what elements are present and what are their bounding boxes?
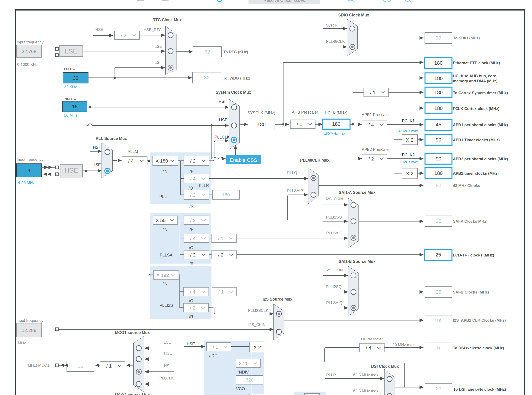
svg-text:Input frequency: Input frequency [17, 157, 44, 162]
svg-text:SAI1-B Source Mux: SAI1-B Source Mux [339, 259, 376, 264]
svg-text:PLLI2SCLK: PLLI2SCLK [248, 308, 269, 313]
svg-text:180: 180 [257, 122, 266, 127]
svg-text:180: 180 [434, 90, 443, 95]
svg-text:DSI Clock Mux: DSI Clock Mux [371, 364, 399, 369]
svg-text:HSI: HSI [164, 364, 170, 368]
svg-text:HSE: HSE [186, 342, 195, 346]
svg-text:PLL Source Mux: PLL Source Mux [96, 136, 127, 141]
svg-text:PLLSAIP: PLLSAIP [287, 189, 303, 193]
svg-text:APB1 peripheral clocks (MHz): APB1 peripheral clocks (MHz) [453, 123, 508, 127]
svg-text:APB2 peripheral clocks (MHz): APB2 peripheral clocks (MHz) [453, 157, 508, 161]
svg-text:/ 1: / 1 [218, 236, 223, 241]
svg-text:PLLI2SQ: PLLI2SQ [326, 215, 342, 219]
svg-text:192: 192 [434, 318, 443, 324]
svg-text:APB2 Prescaler: APB2 Prescaler [362, 147, 390, 152]
svg-text:To IWDG (KHz): To IWDG (KHz) [223, 76, 250, 81]
svg-text:/ 4: / 4 [190, 289, 196, 294]
svg-text:SAI-A Clocks MHz): SAI-A Clocks MHz) [453, 219, 488, 224]
svg-text:MCO2 source Mux: MCO2 source Mux [115, 393, 150, 395]
svg-text:5: 5 [437, 345, 440, 351]
svg-text:HSE: HSE [219, 118, 227, 122]
svg-text:PCLK2: PCLK2 [402, 153, 415, 157]
svg-text:320: 320 [246, 377, 253, 382]
svg-text:/ 2: / 2 [121, 33, 126, 38]
svg-text:/R: /R [189, 314, 193, 319]
svg-text:/ 1: / 1 [106, 363, 112, 368]
svg-text:90 MHz max: 90 MHz max [399, 160, 418, 164]
svg-text:PLLM: PLLM [128, 149, 138, 154]
svg-text:25: 25 [436, 218, 441, 224]
svg-text:62,5 MHz max: 62,5 MHz max [353, 389, 378, 393]
svg-text:Enable CSS: Enable CSS [230, 157, 257, 163]
svg-text:PLLSAIQ: PLLSAIQ [326, 301, 342, 305]
svg-text:memory and DMA (MHz): memory and DMA (MHz) [453, 79, 498, 83]
svg-text:90: 90 [435, 35, 441, 41]
svg-text:LSE: LSE [164, 340, 171, 345]
svg-text:PLLCLK: PLLCLK [214, 135, 230, 139]
svg-text:HSI: HSI [219, 99, 225, 104]
svg-text:Input frequency: Input frequency [17, 40, 44, 44]
svg-text:/ 4: / 4 [368, 122, 374, 127]
svg-text:System Clock Mux: System Clock Mux [216, 90, 251, 95]
svg-text:/ 2: / 2 [190, 305, 195, 310]
svg-text:PLLCLK: PLLCLK [159, 376, 174, 380]
svg-text:X 50: X 50 [156, 218, 165, 223]
svg-text:RTC Clock Mux: RTC Clock Mux [153, 18, 182, 22]
svg-text:/ 2: / 2 [368, 156, 374, 161]
svg-text:45: 45 [436, 122, 441, 127]
svg-text:HCLK to AHB bus, core,: HCLK to AHB bus, core, [453, 74, 497, 78]
svg-text:I2S_CKIN: I2S_CKIN [326, 197, 343, 201]
svg-text:25: 25 [436, 289, 441, 295]
svg-text:LSE: LSE [65, 48, 77, 55]
svg-text:(MHz) MCO1: (MHz) MCO1 [27, 363, 49, 368]
svg-text:PLL48CLK: PLL48CLK [326, 39, 345, 44]
svg-text:I2S_CKIN: I2S_CKIN [326, 268, 343, 272]
svg-text:90: 90 [436, 137, 441, 143]
svg-text:/ 4: / 4 [190, 236, 196, 241]
svg-text:/ 2: / 2 [190, 218, 196, 223]
svg-text:180: 180 [222, 192, 230, 197]
svg-text:LCD-TFT clocks (MHz): LCD-TFT clocks (MHz) [453, 253, 494, 257]
svg-text:/ 2: / 2 [190, 192, 196, 198]
svg-text:32 KHz: 32 KHz [64, 85, 77, 89]
svg-text:/ 4: / 4 [366, 345, 371, 351]
svg-text:I2S_APB1 CLK Clocks (MHz): I2S_APB1 CLK Clocks (MHz) [453, 318, 506, 323]
svg-text:PLLR: PLLR [326, 373, 336, 377]
svg-text:To SDIO (MHz): To SDIO (MHz) [453, 36, 480, 40]
svg-text:48 MHz Clocks: 48 MHz Clocks [453, 184, 480, 188]
svg-text:180: 180 [434, 105, 443, 111]
svg-text:To DSI txclkesc clock (MHz): To DSI txclkesc clock (MHz) [453, 346, 504, 350]
svg-text:To RTC (KHz): To RTC (KHz) [223, 50, 248, 54]
svg-text:LSI RC: LSI RC [64, 67, 75, 71]
svg-text:I2S_CKIN: I2S_CKIN [248, 323, 266, 327]
svg-text:/R: /R [190, 204, 194, 208]
svg-text:FCLK Cortex clock (MHz): FCLK Cortex clock (MHz) [453, 107, 499, 111]
svg-text:8: 8 [27, 168, 30, 173]
svg-text:*N: *N [163, 169, 167, 174]
svg-text:HSI: HSI [93, 145, 100, 150]
svg-text:To DSI lane byte clock (MHz): To DSI lane byte clock (MHz) [453, 387, 506, 392]
svg-text:/ 2: / 2 [190, 252, 196, 257]
svg-text:SDIO Clock Mux: SDIO Clock Mux [338, 13, 369, 17]
svg-text:SAI-B Clocks (MHz): SAI-B Clocks (MHz) [453, 290, 489, 294]
svg-text:/Q: /Q [189, 299, 193, 303]
svg-text:180: 180 [332, 121, 341, 127]
svg-text:16: 16 [78, 363, 83, 369]
svg-text:62,5 MHz max: 62,5 MHz max [353, 373, 378, 377]
svg-text:Resolve Clock Issues: Resolve Clock Issues [263, 0, 305, 3]
svg-text:45 MHz max: 45 MHz max [399, 129, 418, 133]
svg-text:APB1 Prescaler: APB1 Prescaler [362, 112, 390, 117]
svg-text:4-26 MHz: 4-26 MHz [18, 181, 35, 185]
svg-text:HSE: HSE [95, 27, 103, 32]
svg-text:Sysclk: Sysclk [326, 23, 337, 27]
svg-text:LSE: LSE [154, 44, 162, 49]
svg-text:32.768: 32.768 [22, 49, 36, 54]
svg-text:To Cortex System timer (MHz): To Cortex System timer (MHz) [453, 91, 508, 95]
svg-text:PLLI2SQ: PLLI2SQ [326, 285, 342, 289]
svg-text:16: 16 [72, 104, 77, 110]
svg-text:/ 1: / 1 [218, 289, 224, 294]
svg-text:APB1 Timer clocks (MHz): APB1 Timer clocks (MHz) [453, 138, 500, 142]
svg-text:VCO: VCO [236, 387, 245, 391]
svg-text:HSI RC: HSI RC [65, 97, 76, 101]
svg-text:X 2: X 2 [406, 137, 413, 143]
